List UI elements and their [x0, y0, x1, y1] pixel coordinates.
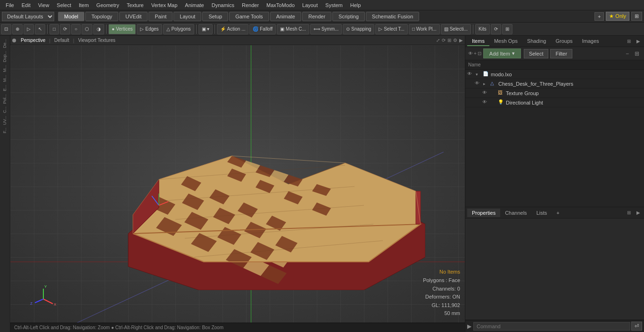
tab-scripting[interactable]: Scripting	[332, 12, 365, 21]
default-label[interactable]: Default	[51, 38, 72, 43]
menu-geometry[interactable]: Geometry	[92, 1, 123, 9]
tab-game-tools[interactable]: Game Tools	[229, 12, 269, 21]
work-pl-btn[interactable]: □ Work Pl...	[409, 24, 440, 34]
filter-icon[interactable]: ⊡	[478, 51, 481, 56]
select-button[interactable]: Select	[524, 49, 549, 58]
tab-channels[interactable]: Channels	[500, 209, 531, 217]
tab-mesh-ops[interactable]: Mesh Ops	[489, 37, 522, 46]
sidebar-label-c[interactable]: C...	[2, 106, 8, 113]
menu-vertex-map[interactable]: Vertex Map	[148, 1, 182, 9]
prop-settings-btn[interactable]: ▶	[635, 209, 642, 216]
minus-btn[interactable]: −	[624, 49, 631, 58]
menu-view[interactable]: View	[34, 1, 53, 9]
tab-items[interactable]: Items	[467, 37, 489, 46]
perspective-label[interactable]: Perspective	[18, 38, 48, 43]
tab-properties[interactable]: Properties	[467, 209, 500, 217]
expand-vp-icon[interactable]: ▶	[459, 38, 463, 43]
kits-btn[interactable]: Kits	[475, 24, 490, 34]
menu-file[interactable]: File	[2, 1, 18, 9]
action-btn[interactable]: ⚡ Action ...	[217, 24, 248, 34]
sidebar-label-m2[interactable]: M...	[2, 75, 8, 82]
menu-system[interactable]: System	[322, 1, 347, 9]
edges-btn[interactable]: ▷ Edges	[137, 24, 162, 34]
snapping-btn[interactable]: ⊙ Snapping	[343, 24, 374, 34]
hex-tool-btn[interactable]: ⬡	[82, 24, 92, 34]
viewport-toggle-dot[interactable]	[12, 39, 16, 42]
tree-item-texture-group[interactable]: 👁 🖼 Texture Group	[465, 89, 644, 98]
select-tool-btn[interactable]: ▷	[24, 24, 34, 34]
circle-tool-btn[interactable]: ○	[71, 24, 81, 34]
viewport-textures-label[interactable]: Viewport Textures	[75, 38, 118, 43]
move-icon[interactable]: ⤢	[436, 38, 440, 43]
tab-plus[interactable]: +	[552, 209, 564, 217]
tab-paint[interactable]: Paint	[149, 12, 173, 21]
filter-button[interactable]: Filter	[550, 49, 572, 58]
tab-topology[interactable]: Topology	[85, 12, 118, 21]
menu-layout[interactable]: Layout	[298, 1, 322, 9]
sidebar-label-de[interactable]: De...	[2, 39, 8, 48]
expand-icon-modo[interactable]: ▾	[476, 72, 481, 77]
layout-expand-btn[interactable]: ⊞	[502, 24, 512, 34]
selecti-btn[interactable]: ▧ Selecti...	[441, 24, 471, 34]
visibility-icon-modo[interactable]: 👁	[467, 71, 474, 78]
sidebar-label-f[interactable]: F...	[2, 128, 8, 133]
menu-edit[interactable]: Edit	[18, 1, 34, 9]
star-only-button[interactable]: ★ Only	[606, 12, 629, 21]
visibility-icon-light[interactable]: 👁	[482, 99, 489, 106]
sidebar-label-dup[interactable]: Dup...	[2, 51, 8, 62]
expand-panel-btn[interactable]: ⊞	[633, 49, 641, 58]
menu-maxtomode[interactable]: MaxToModo	[263, 1, 298, 9]
command-arrow-icon[interactable]: ▶	[467, 323, 471, 330]
vertices-btn[interactable]: ● Vertices	[108, 24, 136, 34]
tab-lists[interactable]: Lists	[532, 209, 552, 217]
rotate-vp-icon[interactable]: ⟳	[442, 38, 446, 43]
polygons-btn[interactable]: △ Polygons	[163, 24, 194, 34]
tab-layout[interactable]: Layout	[173, 12, 201, 21]
tab-setup[interactable]: Setup	[202, 12, 228, 21]
add-icon[interactable]: +	[474, 51, 477, 56]
layout-dropdown[interactable]: Default Layouts	[2, 12, 54, 21]
split-tool-btn[interactable]: ◑	[93, 24, 104, 34]
menu-select[interactable]: Select	[53, 1, 75, 9]
origin-tool-btn[interactable]: ⊕	[12, 24, 23, 34]
tab-uvedit[interactable]: UVEdit	[119, 12, 148, 21]
visibility-icon-chess[interactable]: 👁	[475, 81, 481, 87]
panel-expand-btn[interactable]: ⊞	[625, 38, 633, 45]
falloff-btn[interactable]: 🌀 Falloff	[249, 24, 276, 34]
menu-help[interactable]: Help	[347, 1, 365, 9]
tab-shading[interactable]: Shading	[522, 37, 551, 46]
tree-item-chess-desk[interactable]: 👁 ▸ △ Chess_Desk_for_Three_Players	[465, 79, 644, 89]
add-tab-button[interactable]: +	[594, 12, 604, 21]
tab-render[interactable]: Render	[302, 12, 331, 21]
command-exec-button[interactable]: ⏎	[631, 322, 642, 331]
mesh-dropdown-btn[interactable]: ▣ ▾	[198, 24, 213, 34]
settings-icon[interactable]: ⚙	[453, 38, 457, 43]
tree-item-modo-lxo[interactable]: 👁 ▾ 📄 modo.lxo	[465, 70, 644, 79]
command-input[interactable]	[473, 322, 630, 331]
prop-expand-btn[interactable]: ⊞	[625, 209, 633, 216]
menu-animate[interactable]: Animate	[181, 1, 207, 9]
expand-layout-button[interactable]: ⊞	[631, 12, 642, 21]
sidebar-label-e[interactable]: E...	[2, 85, 8, 91]
action-select-tool-btn[interactable]: ↖	[35, 24, 45, 34]
select-t-btn[interactable]: ▷ Select T...	[375, 24, 408, 34]
symm-btn[interactable]: ⟺ Symm...	[310, 24, 342, 34]
menu-dynamics[interactable]: Dynamics	[208, 1, 238, 9]
viewport-3d[interactable]: No Items Polygons : Face Channels: 0 Def…	[10, 45, 465, 323]
fit-icon[interactable]: ⊞	[447, 38, 451, 43]
expand-icon-chess[interactable]: ▸	[483, 81, 489, 86]
menu-render[interactable]: Render	[238, 1, 263, 9]
tab-animate[interactable]: Animate	[270, 12, 301, 21]
tree-item-directional-light[interactable]: 👁 💡 Directional Light	[465, 98, 644, 107]
tab-images[interactable]: Images	[578, 37, 604, 46]
panel-settings-btn[interactable]: ▶	[635, 38, 642, 45]
tab-model[interactable]: Model	[58, 12, 84, 21]
menu-item[interactable]: Item	[75, 1, 92, 9]
sidebar-label-uv[interactable]: UV...	[2, 116, 8, 125]
toggle-tool-btn[interactable]: ⊡	[1, 24, 11, 34]
menu-texture[interactable]: Texture	[123, 1, 148, 9]
sidebar-label-m[interactable]: M...	[2, 65, 8, 72]
sidebar-label-pol[interactable]: Pol...	[2, 94, 8, 104]
rotate-tool-btn[interactable]: ⟳	[60, 24, 70, 34]
tab-groups[interactable]: Groups	[551, 37, 577, 46]
